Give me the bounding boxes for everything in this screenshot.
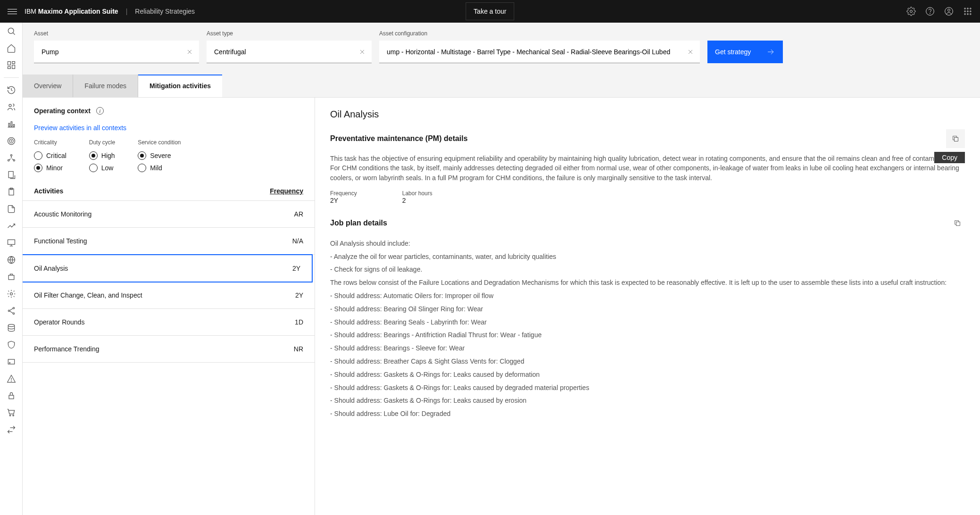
file-export-icon[interactable] (7, 170, 16, 180)
hamburger-menu-icon[interactable] (8, 7, 17, 16)
activity-name: Acoustic Monitoring (34, 210, 91, 218)
job-detail-line: - Should address: Lube Oil for: Degraded (330, 408, 965, 420)
chart-icon[interactable] (7, 119, 16, 129)
svg-point-37 (8, 310, 9, 311)
people-icon[interactable] (7, 102, 16, 112)
clear-type-icon[interactable] (358, 48, 366, 56)
svg-point-44 (9, 415, 11, 416)
shield-icon[interactable] (7, 340, 16, 349)
activity-name: Performance Trending (34, 345, 100, 353)
activity-frequency: 2Y (295, 291, 303, 299)
svg-point-45 (12, 415, 14, 416)
search-icon[interactable] (7, 26, 16, 36)
header-divider: | (126, 8, 128, 15)
take-tour-button[interactable]: Take a tour (465, 2, 514, 20)
copy-pm-button[interactable] (946, 129, 965, 148)
activities-table-header: Activities Frequency (23, 182, 315, 201)
activities-col-label: Activities (34, 187, 63, 195)
job-plan-heading: Job plan details (330, 219, 387, 227)
activity-frequency: AR (294, 210, 303, 218)
criticality-label: Criticality (34, 139, 66, 146)
globe-icon[interactable] (7, 255, 16, 265)
activity-frequency: N/A (292, 237, 303, 245)
job-detail-line: - Check for signs of oil leakage. (330, 264, 965, 275)
radio-minor[interactable]: Minor (34, 164, 66, 172)
svg-point-42 (11, 381, 11, 382)
svg-rect-29 (8, 172, 13, 178)
lock-icon[interactable] (7, 391, 16, 400)
box-icon[interactable] (7, 272, 16, 282)
job-detail-line: - Should address: Bearings - Antifrictio… (330, 330, 965, 341)
copy-job-button[interactable] (950, 216, 965, 231)
tabs: Overview Failure modes Mitigation activi… (23, 75, 980, 98)
monitor-icon[interactable] (7, 238, 16, 248)
settings-icon[interactable] (906, 7, 916, 16)
activity-row[interactable]: Performance TrendingNR (23, 336, 315, 363)
activity-row[interactable]: Oil Filter Change, Clean, and Inspect2Y (23, 282, 315, 309)
copy-icon (954, 219, 961, 227)
svg-point-26 (10, 155, 12, 156)
warning-icon[interactable] (7, 374, 16, 383)
svg-rect-40 (8, 359, 14, 364)
asset-input[interactable] (34, 42, 199, 61)
apps-icon[interactable] (963, 7, 972, 16)
database-icon[interactable] (7, 323, 16, 332)
activity-frequency: NR (294, 345, 303, 353)
breadcrumb[interactable]: Reliability Strategies (135, 8, 195, 15)
trend-icon[interactable] (7, 221, 16, 231)
svg-rect-43 (9, 395, 14, 399)
activity-row[interactable]: Functional TestingN/A (23, 228, 315, 255)
radio-low[interactable]: Low (89, 164, 115, 172)
activities-panel: Operating context i Preview activities i… (23, 98, 315, 515)
clear-asset-icon[interactable] (186, 48, 193, 56)
cart-icon[interactable] (7, 408, 16, 417)
activity-row[interactable]: Operator Rounds1D (23, 309, 315, 336)
info-icon[interactable]: i (96, 107, 104, 115)
service-label: Service condition (138, 139, 181, 146)
job-detail-line: - Should address: Gaskets & O-Rings for:… (330, 382, 965, 394)
svg-rect-15 (8, 62, 10, 66)
network-icon[interactable] (7, 153, 16, 163)
tab-overview[interactable]: Overview (23, 75, 73, 97)
home-icon[interactable] (7, 43, 16, 53)
get-strategy-button[interactable]: Get strategy (707, 41, 783, 63)
radio-mild[interactable]: Mild (138, 164, 181, 172)
history-icon[interactable] (7, 85, 16, 95)
top-header: IBM Maximo Application Suite | Reliabili… (0, 0, 980, 23)
asset-config-input[interactable] (379, 42, 700, 61)
user-icon[interactable] (944, 7, 954, 16)
activity-name: Functional Testing (34, 237, 87, 245)
job-detail-line: - Analyze the oil for wear particles, co… (330, 251, 965, 263)
share-icon[interactable] (7, 306, 16, 316)
radio-severe[interactable]: Severe (138, 151, 181, 160)
job-detail-line: - Should address: Gaskets & O-Rings for:… (330, 369, 965, 381)
preview-activities-link[interactable]: Preview activities in all contexts (23, 118, 315, 139)
tab-failure-modes[interactable]: Failure modes (73, 75, 138, 97)
activity-row[interactable]: Acoustic MonitoringAR (23, 201, 315, 228)
pm-description: This task has the objective of ensuring … (330, 154, 965, 183)
radio-critical[interactable]: Critical (34, 151, 66, 160)
switch-icon[interactable] (7, 425, 16, 434)
header-actions (906, 7, 972, 16)
svg-point-41 (9, 363, 10, 364)
frequency-col-label[interactable]: Frequency (270, 187, 303, 195)
detail-panel: Oil Analysis Preventative maintenance (P… (315, 98, 980, 515)
dashboard-icon[interactable] (7, 60, 16, 70)
target-icon[interactable] (7, 136, 16, 146)
job-detail-line: The rows below consist of the Failure Lo… (330, 277, 965, 289)
clipboard-icon[interactable] (7, 187, 16, 197)
filter-bar: Asset Asset type Asset configuration Get… (23, 23, 980, 75)
file-icon[interactable] (7, 204, 16, 214)
drive-icon[interactable] (7, 357, 16, 366)
svg-rect-47 (956, 222, 960, 225)
svg-rect-20 (8, 123, 10, 126)
tab-mitigation-activities[interactable]: Mitigation activities (138, 75, 222, 97)
radio-high[interactable]: High (89, 151, 115, 160)
gear-icon[interactable] (7, 289, 16, 299)
svg-point-10 (970, 11, 972, 12)
asset-type-input[interactable] (207, 42, 372, 61)
svg-point-8 (964, 11, 966, 12)
activity-row[interactable]: Oil Analysis2Y (23, 254, 313, 282)
clear-config-icon[interactable] (687, 48, 694, 56)
help-icon[interactable] (925, 7, 935, 16)
